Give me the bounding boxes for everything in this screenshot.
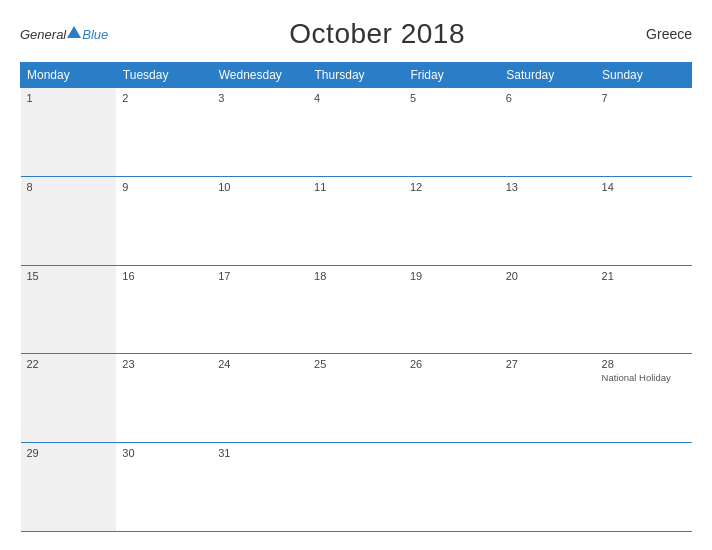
calendar-cell: 6 (500, 88, 596, 177)
header-monday: Monday (21, 63, 117, 88)
day-number: 19 (410, 270, 422, 282)
day-number: 25 (314, 358, 326, 370)
calendar-cell: 22 (21, 354, 117, 443)
calendar-cell: 14 (596, 176, 692, 265)
day-number: 5 (410, 92, 416, 104)
calendar-cell: 2 (116, 88, 212, 177)
calendar-cell: 9 (116, 176, 212, 265)
day-number: 21 (602, 270, 614, 282)
calendar-cell (308, 443, 404, 532)
week-row-1: 1234567 (21, 88, 692, 177)
header-sunday: Sunday (596, 63, 692, 88)
day-number: 12 (410, 181, 422, 193)
day-number: 6 (506, 92, 512, 104)
calendar-cell: 27 (500, 354, 596, 443)
day-number: 15 (27, 270, 39, 282)
calendar-cell: 8 (21, 176, 117, 265)
calendar-title: October 2018 (289, 18, 465, 50)
day-number: 23 (122, 358, 134, 370)
header-friday: Friday (404, 63, 500, 88)
logo-triangle-icon (67, 26, 81, 38)
calendar-cell: 13 (500, 176, 596, 265)
header-wednesday: Wednesday (212, 63, 308, 88)
day-number: 7 (602, 92, 608, 104)
logo: General Blue (20, 27, 108, 42)
day-number: 3 (218, 92, 224, 104)
calendar-cell (404, 443, 500, 532)
calendar-cell: 29 (21, 443, 117, 532)
day-number: 2 (122, 92, 128, 104)
week-row-4: 22232425262728National Holiday (21, 354, 692, 443)
day-number: 16 (122, 270, 134, 282)
calendar-cell: 26 (404, 354, 500, 443)
calendar-cell: 15 (21, 265, 117, 354)
week-row-5: 293031 (21, 443, 692, 532)
weekday-header-row: Monday Tuesday Wednesday Thursday Friday… (21, 63, 692, 88)
calendar-cell: 7 (596, 88, 692, 177)
calendar-cell: 5 (404, 88, 500, 177)
calendar-cell: 11 (308, 176, 404, 265)
calendar-table: Monday Tuesday Wednesday Thursday Friday… (20, 62, 692, 532)
calendar-cell: 1 (21, 88, 117, 177)
header-tuesday: Tuesday (116, 63, 212, 88)
header-thursday: Thursday (308, 63, 404, 88)
calendar-cell (596, 443, 692, 532)
calendar-cell: 16 (116, 265, 212, 354)
week-row-2: 891011121314 (21, 176, 692, 265)
calendar-cell: 4 (308, 88, 404, 177)
calendar-cell: 3 (212, 88, 308, 177)
day-number: 22 (27, 358, 39, 370)
calendar-cell: 20 (500, 265, 596, 354)
calendar-cell: 19 (404, 265, 500, 354)
calendar-cell: 18 (308, 265, 404, 354)
calendar-cell: 31 (212, 443, 308, 532)
calendar-cell: 17 (212, 265, 308, 354)
day-number: 29 (27, 447, 39, 459)
day-number: 31 (218, 447, 230, 459)
holiday-label: National Holiday (602, 372, 686, 383)
logo-general-text: General (20, 27, 66, 42)
day-number: 4 (314, 92, 320, 104)
day-number: 9 (122, 181, 128, 193)
calendar-cell (500, 443, 596, 532)
calendar-cell: 28National Holiday (596, 354, 692, 443)
calendar-cell: 21 (596, 265, 692, 354)
calendar-cell: 23 (116, 354, 212, 443)
day-number: 11 (314, 181, 326, 193)
day-number: 14 (602, 181, 614, 193)
calendar-cell: 30 (116, 443, 212, 532)
day-number: 27 (506, 358, 518, 370)
day-number: 30 (122, 447, 134, 459)
calendar-header: General Blue October 2018 Greece (20, 18, 692, 50)
logo-blue-text: Blue (82, 27, 108, 42)
calendar-cell: 12 (404, 176, 500, 265)
day-number: 10 (218, 181, 230, 193)
calendar-cell: 10 (212, 176, 308, 265)
day-number: 1 (27, 92, 33, 104)
country-label: Greece (646, 26, 692, 42)
calendar-cell: 24 (212, 354, 308, 443)
day-number: 28 (602, 358, 614, 370)
day-number: 24 (218, 358, 230, 370)
day-number: 20 (506, 270, 518, 282)
header-saturday: Saturday (500, 63, 596, 88)
day-number: 26 (410, 358, 422, 370)
day-number: 8 (27, 181, 33, 193)
week-row-3: 15161718192021 (21, 265, 692, 354)
day-number: 18 (314, 270, 326, 282)
day-number: 13 (506, 181, 518, 193)
calendar-cell: 25 (308, 354, 404, 443)
day-number: 17 (218, 270, 230, 282)
